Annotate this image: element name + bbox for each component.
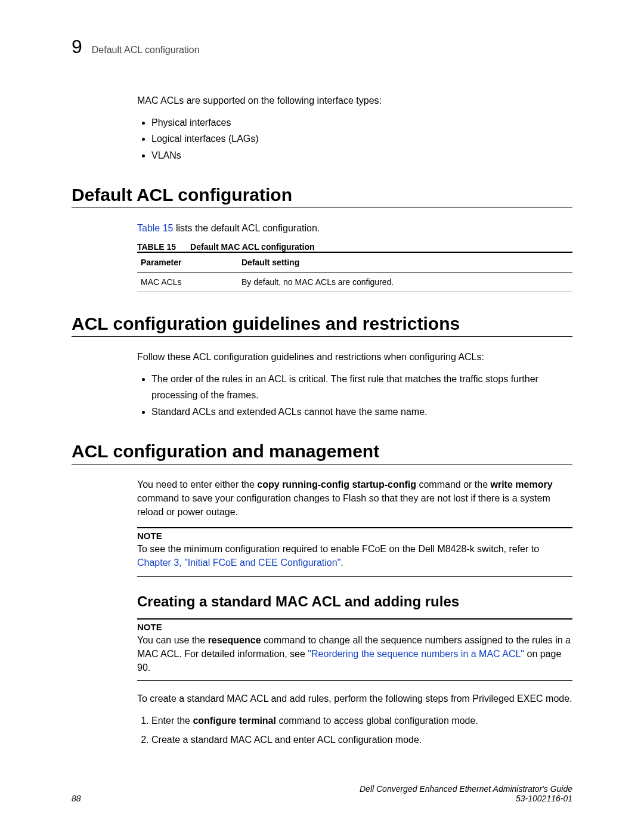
table-title: Default MAC ACL configuration [190, 242, 314, 252]
note-block: NOTE To see the minimum configuration re… [137, 527, 572, 576]
list-item: Standard ACLs and extended ACLs cannot h… [151, 404, 572, 420]
table-cell: MAC ACLs [137, 272, 238, 292]
cmd-resequence: resequence [208, 635, 261, 645]
table-label: TABLE 15 [137, 242, 176, 252]
subsection-para: To create a standard MAC ACL and add rul… [137, 692, 572, 705]
table-row: MAC ACLs By default, no MAC ACLs are con… [137, 272, 572, 292]
default-mac-acl-table: Parameter Default setting MAC ACLs By de… [137, 252, 572, 292]
chapter-xref-link[interactable]: Chapter 3, "Initial FCoE and CEE Configu… [137, 558, 340, 568]
cmd-copy-running: copy running-config startup-config [257, 479, 416, 490]
intro-bullets: Physical interfaces Logical interfaces (… [151, 114, 572, 163]
note-label: NOTE [137, 531, 572, 541]
page-header: 9 Default ACL configuration [72, 36, 572, 58]
list-item: VLANs [151, 147, 572, 163]
table-cell: By default, no MAC ACLs are configured. [238, 272, 572, 292]
guidelines-bullets: The order of the rules in an ACL is crit… [151, 371, 572, 420]
note-text: You can use the resequence command to ch… [137, 633, 572, 682]
table-caption: TABLE 15 Default MAC ACL configuration [137, 242, 572, 252]
section-heading-guidelines: ACL configuration guidelines and restric… [72, 314, 572, 337]
note-block: NOTE You can use the resequence command … [137, 618, 572, 682]
footer-guide: Dell Converged Enhanced Ethernet Adminis… [360, 784, 572, 794]
steps-list: Enter the configure terminal command to … [151, 713, 572, 747]
table-xref-link[interactable]: Table 15 [137, 223, 174, 233]
section1-para-text: lists the default ACL configuration. [174, 223, 320, 233]
cmd-write-memory: write memory [490, 479, 552, 490]
intro-text: MAC ACLs are supported on the following … [137, 94, 572, 107]
table-header: Parameter [137, 252, 238, 272]
table-header: Default setting [238, 252, 572, 272]
cmd-configure-terminal: configure terminal [193, 716, 276, 726]
chapter-number: 9 [72, 36, 82, 58]
list-item: Logical interfaces (LAGs) [151, 131, 572, 147]
running-title: Default ACL configuration [92, 45, 200, 55]
list-item: Physical interfaces [151, 114, 572, 131]
reorder-xref-link[interactable]: "Reordering the sequence numbers in a MA… [308, 649, 524, 659]
section-heading-management: ACL configuration and management [72, 441, 572, 465]
section-heading-default-acl: Default ACL configuration [72, 185, 572, 208]
page-number: 88 [72, 794, 81, 803]
list-item: Enter the configure terminal command to … [151, 713, 572, 729]
subsection-heading-creating: Creating a standard MAC ACL and adding r… [137, 593, 572, 610]
section1-para: Table 15 lists the default ACL configura… [137, 221, 572, 235]
list-item: The order of the rules in an ACL is crit… [151, 371, 572, 403]
note-label: NOTE [137, 622, 572, 632]
note-text: To see the minimum configuration require… [137, 542, 572, 576]
section3-para1: You need to enter either the copy runnin… [137, 478, 572, 519]
section2-para: Follow these ACL configuration guideline… [137, 350, 572, 364]
footer-docnum: 53-1002116-01 [360, 794, 572, 803]
list-item: Create a standard MAC ACL and enter ACL … [151, 732, 572, 748]
page-footer: 88 Dell Converged Enhanced Ethernet Admi… [72, 784, 572, 803]
